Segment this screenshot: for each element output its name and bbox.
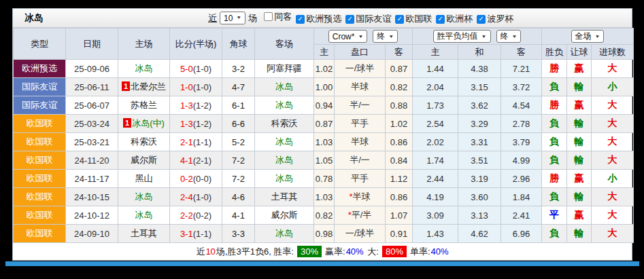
away-team-cell: 冰岛 (255, 96, 314, 115)
home-team-cell: 1冰岛(中) (118, 115, 170, 133)
near-link[interactable]: 近 (208, 12, 217, 24)
avg-home-odds: 1.44 (413, 60, 458, 78)
away-team-cell: 冰岛 (255, 151, 314, 170)
checkbox-unchecked-icon[interactable] (264, 12, 273, 21)
halftime-score: (2-1) (193, 155, 211, 166)
result-indicator: 負 (542, 188, 567, 206)
home-team: 土耳其 (131, 228, 157, 238)
avg-away-odds: 6.96 (501, 225, 542, 243)
away-team: 阿塞拜疆 (267, 63, 302, 73)
score-cell: 1-3(1-2) (170, 115, 222, 133)
corner-count: 7-2 (222, 151, 255, 170)
col-header-result: 胜负 (542, 45, 567, 60)
table-row: 欧国联 25-03-21 科索沃 2-1(1-1) 5-2 冰岛 1.03 半球… (14, 133, 634, 151)
goals-indicator: 大 (592, 188, 634, 206)
filter-checkbox[interactable]: ✓国际友谊 (345, 13, 391, 25)
handicap-cell: 平手 (335, 115, 386, 133)
handicap-line: 平手 (351, 118, 369, 128)
match-type-badge: 欧国联 (14, 206, 66, 225)
away-team: 冰岛 (275, 173, 293, 183)
handicap-result-indicator: 赢 (567, 206, 592, 225)
away-team-cell: 威尔斯 (255, 206, 314, 225)
fulltime-score: 3-1 (180, 229, 193, 239)
average-type-select[interactable]: 胜平负均值 ▼ (433, 30, 491, 43)
checkbox-checked-icon[interactable]: ✓ (477, 15, 486, 24)
match-type-badge: 国际友谊 (14, 96, 66, 115)
match-date: 25-03-21 (66, 133, 118, 151)
home-odds: 0.82 (314, 206, 335, 225)
table-row: 欧国联 24-10-12 冰岛 2-2(0-2) 4-1 威尔斯 0.82 *平… (14, 206, 634, 225)
home-team: 黑山 (135, 173, 153, 183)
corner-count: 4-6 (222, 188, 255, 206)
match-type-badge: 欧国联 (14, 151, 66, 170)
table-row: 欧国联 24-10-15 冰岛 2-4(1-0) 4-6 土耳其 1.03 *半… (14, 188, 634, 206)
home-team-cell: 苏格兰 (118, 96, 170, 115)
bookmaker-time-select[interactable]: 终 ▼ (373, 30, 398, 43)
result-indicator: 勝 (542, 170, 567, 188)
home-odds: 1.03 (314, 188, 335, 206)
table-row: 国际友谊 25-06-11 1北爱尔兰 1-0(1-0) 4-7 冰岛 1.00… (14, 78, 634, 96)
home-odds: 0.94 (314, 96, 335, 115)
fulltime-score: 4-1 (180, 155, 193, 166)
table-row: 欧洲预选 25-09-06 冰岛 5-0(1-0) 3-2 阿塞拜疆 1.02 … (14, 60, 634, 78)
avg-draw-odds: 4.62 (458, 225, 501, 243)
checkbox-checked-icon[interactable]: ✓ (345, 15, 354, 24)
summary-prefix: 近 (196, 246, 205, 258)
match-type-badge: 国际友谊 (14, 78, 66, 96)
checkbox-checked-icon[interactable]: ✓ (296, 15, 305, 24)
home-team-cell: 冰岛 (118, 60, 170, 78)
handicap-result-indicator: 輸 (567, 133, 592, 151)
bookmaker-select[interactable]: Crow* ▼ (328, 30, 368, 43)
match-date: 25-03-24 (66, 115, 118, 133)
fulltime-score: 1-3 (180, 100, 193, 111)
goals-indicator: 大 (592, 133, 634, 151)
score-cell: 2-2(0-2) (170, 206, 222, 225)
scope-select[interactable]: 全场 ▼ (571, 30, 605, 43)
avg-away-odds: 7.21 (501, 60, 542, 78)
filter-checkbox[interactable]: ✓欧国联 (395, 13, 432, 25)
score-cell: 3-1(1-1) (170, 225, 222, 243)
home-odds: 1.05 (314, 151, 335, 170)
goals-indicator: 小 (592, 170, 634, 188)
checkbox-checked-icon[interactable]: ✓ (436, 15, 445, 24)
filter-checkbox[interactable]: ✓欧洲预选 (296, 13, 341, 25)
result-indicator: 負 (542, 133, 567, 151)
corner-count: 5-2 (222, 133, 255, 151)
page-title: 冰岛 (13, 12, 44, 24)
home-team-cell: 威尔斯 (118, 151, 170, 170)
score-cell: 1-3(1-2) (170, 96, 222, 115)
handicap-cell: 半球 (335, 78, 386, 96)
average-time-select[interactable]: 终 ▼ (496, 30, 522, 43)
filter-checkbox[interactable]: ✓欧洲杯 (436, 13, 473, 25)
home-team: 威尔斯 (131, 155, 157, 165)
handicap-cell: 半球 (335, 133, 386, 151)
col-header-avg-home: 主 (413, 45, 458, 60)
score-cell: 1-0(1-0) (170, 78, 222, 96)
match-date: 24-09-10 (66, 225, 118, 243)
fulltime-score: 0-2 (180, 174, 193, 184)
match-date: 24-10-15 (66, 188, 118, 206)
home-team: 冰岛(中) (132, 118, 165, 128)
match-date: 25-06-11 (66, 78, 118, 96)
filter-checkbox-label: 波罗杯 (487, 13, 513, 25)
col-header-goals: 进球数 (592, 45, 634, 60)
filter-checkbox[interactable]: ✓波罗杯 (477, 13, 513, 25)
red-card-badge: 1 (123, 118, 131, 128)
home-team-cell: 黑山 (118, 170, 170, 188)
checkbox-checked-icon[interactable]: ✓ (395, 15, 404, 24)
away-odds: 0.82 (386, 78, 413, 96)
result-indicator: 勝 (542, 96, 567, 115)
away-odds: 0.86 (386, 133, 413, 151)
avg-draw-odds: 3.31 (458, 133, 501, 151)
filter-checkbox[interactable]: 同客 (264, 11, 292, 23)
match-type-badge: 欧国联 (14, 225, 66, 243)
avg-draw-odds: 3.51 (458, 151, 501, 170)
match-date: 25-09-06 (66, 60, 118, 78)
games-count-select[interactable]: 10 ▼ (220, 12, 245, 24)
home-team: 苏格兰 (131, 100, 157, 110)
handicap-line: 一/球半 (345, 63, 375, 73)
away-odds: 1.12 (386, 170, 413, 188)
col-header-away: 客场 (255, 29, 314, 60)
col-header-handicap-result: 让球 (567, 45, 592, 60)
home-odds: 0.87 (314, 115, 335, 133)
